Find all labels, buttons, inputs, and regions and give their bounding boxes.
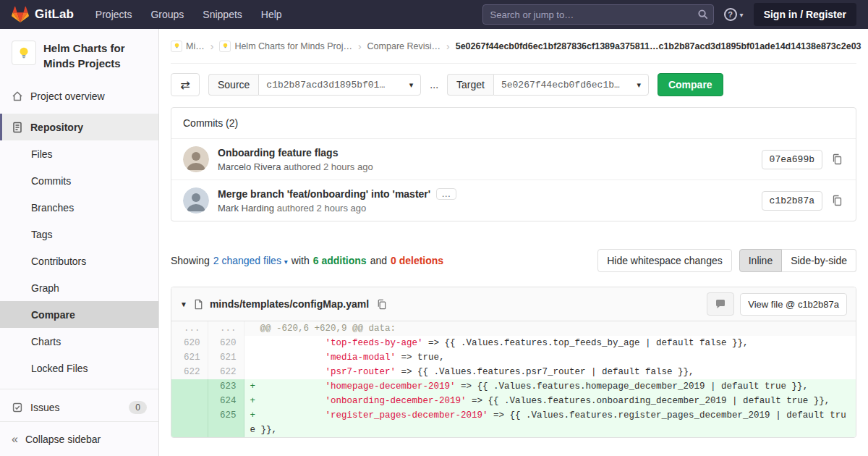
nav-groups[interactable]: Groups (150, 9, 184, 20)
breadcrumb-label: Mi… (186, 41, 205, 51)
top-navbar: GitLab Projects Groups Snippets Help ? ▾… (0, 0, 868, 29)
side-by-side-view-button[interactable]: Side-by-side (782, 249, 856, 272)
copy-sha-button[interactable] (830, 152, 844, 166)
copy-sha-button[interactable] (830, 193, 844, 208)
sidebar-item-locked-files[interactable]: Locked Files (0, 355, 158, 381)
nav-snippets[interactable]: Snippets (203, 9, 242, 20)
diff-context-row: 622 622 'psr7-router' => {{ .Values.feat… (171, 365, 856, 379)
breadcrumb-label: Helm Charts for Minds Proj… (234, 41, 352, 51)
sidebar-item-files[interactable]: Files (0, 140, 158, 167)
and-text: and (370, 255, 387, 266)
commit-sha-link[interactable]: 07ea699b (762, 150, 822, 169)
breadcrumb-label: Compare Revisi… (367, 41, 441, 51)
target-ref-value: 5e0267f44ecb0fd6ec1b… (501, 80, 620, 90)
help-menu[interactable]: ? ▾ (724, 8, 744, 21)
old-line-number[interactable]: 622 (171, 365, 208, 379)
sign-in-button[interactable]: Sign in / Register (754, 3, 856, 26)
nav-help[interactable]: Help (261, 9, 282, 20)
swap-revisions-button[interactable]: ⇄ (171, 73, 200, 96)
sidebar-item-graph[interactable]: Graph (0, 274, 158, 301)
toggle-comments-button[interactable] (707, 292, 734, 316)
inline-view-button[interactable]: Inline (739, 249, 782, 272)
commits-header: Commits (2) (171, 108, 856, 139)
compare-button[interactable]: Compare (658, 73, 723, 96)
main-content: Mi… › Helm Charts for Minds Proj… › Comp… (159, 29, 868, 456)
commit-meta: Mark Harding authored 2 hours ago (218, 203, 456, 214)
breadcrumb-group[interactable]: Mi… (171, 41, 205, 52)
hide-whitespace-button[interactable]: Hide whitespace changes (597, 249, 732, 272)
source-ref-dropdown[interactable]: c1b2b87acd3d1895bf01… ▾ (258, 74, 421, 96)
group-avatar (171, 41, 182, 52)
breadcrumb-project[interactable]: Helm Charts for Minds Proj… (219, 41, 352, 52)
new-line-number[interactable]: 624 (208, 394, 244, 408)
sidebar-item-commits[interactable]: Commits (0, 167, 158, 194)
sidebar-item-charts[interactable]: Charts (0, 328, 158, 355)
diff-added-row: 625 + 'register_pages-december-2019' => … (171, 408, 856, 437)
project-avatar-small (219, 41, 231, 52)
collapse-sidebar-button[interactable]: « Collapse sidebar (0, 421, 158, 456)
commit-title-link[interactable]: Merge branch 'feat/onboarding' into 'mas… (218, 188, 430, 200)
new-line-number[interactable]: 622 (208, 365, 244, 379)
diff-file-path-link[interactable]: minds/templates/configMap.yaml (210, 298, 369, 310)
main-nav: Projects Groups Snippets Help (95, 9, 282, 20)
sidebar-item-tags[interactable]: Tags (0, 221, 158, 248)
search-input[interactable] (482, 4, 714, 25)
issues-count-badge: 0 (129, 401, 147, 414)
diff-added-row: 623 + 'homepage-december-2019' => {{ .Va… (171, 379, 856, 394)
sidebar-item-project-overview[interactable]: Project overview (0, 83, 158, 109)
diff-file-panel: ▼ minds/templates/configMap.yaml (171, 287, 856, 438)
chevron-down-icon: ▾ (284, 258, 288, 266)
sidebar-item-contributors[interactable]: Contributors (0, 248, 158, 274)
swap-icon: ⇄ (180, 78, 190, 92)
avatar[interactable] (183, 146, 209, 172)
breadcrumb-current-shas: 5e0267f44ecb0fd6ec1bf287836cf1389a375811… (456, 41, 861, 51)
code-line: 'media-modal' => true, (260, 352, 445, 363)
breadcrumb-compare[interactable]: Compare Revisi… (367, 41, 441, 51)
toggle-commit-description-button[interactable]: … (436, 188, 456, 200)
sidebar-item-issues[interactable]: Issues 0 (0, 394, 158, 421)
code-line: 'homepage-december-2019' => {{ .Values.f… (260, 381, 809, 392)
new-line-number: ... (208, 321, 244, 336)
commit-author-link[interactable]: Marcelo Rivera (218, 161, 281, 172)
copy-file-path-button[interactable] (375, 297, 388, 311)
commit-title-link[interactable]: Onboarding feature flags (218, 147, 338, 159)
changed-files-dropdown[interactable]: 2 changed files ▾ (213, 255, 288, 266)
commit-sha-link[interactable]: c1b2b87a (762, 191, 822, 211)
old-line-number[interactable] (171, 394, 208, 408)
deletions-count: 0 deletions (391, 255, 443, 266)
new-line-number[interactable]: 621 (208, 350, 244, 365)
avatar[interactable] (183, 187, 209, 214)
new-line-number[interactable]: 625 (208, 408, 244, 437)
sidebar-item-repository[interactable]: Repository (0, 114, 158, 140)
range-dots: ... (430, 79, 438, 90)
chevron-down-icon: ▾ (409, 80, 414, 90)
hunk-header-text: @@ -620,6 +620,9 @@ data: (260, 324, 396, 334)
code-line: 'onboarding-december-2019' => {{ .Values… (260, 396, 830, 406)
sidebar-item-compare[interactable]: Compare (0, 301, 158, 328)
old-line-number[interactable]: 621 (171, 350, 208, 365)
issues-icon (12, 402, 23, 413)
new-line-number[interactable]: 620 (208, 336, 244, 350)
old-line-number[interactable] (171, 408, 208, 437)
view-file-button[interactable]: View file @ c1b2b87a (740, 293, 847, 316)
commit-author-link[interactable]: Mark Harding (218, 203, 274, 214)
commits-panel: Commits (2) Onboarding feature flags Mar… (171, 107, 856, 221)
old-line-number[interactable] (171, 379, 208, 394)
new-line-number[interactable]: 623 (208, 379, 244, 394)
diff-context-row: 620 620 'top-feeds-by-age' => {{ .Values… (171, 336, 856, 350)
sidebar-item-branches[interactable]: Branches (0, 194, 158, 221)
chevron-down-icon: ▾ (637, 80, 641, 90)
chevron-down-icon: ▾ (740, 11, 744, 19)
diff-table: ... ... @@ -620,6 +620,9 @@ data: 620 62… (171, 321, 856, 437)
target-ref-dropdown[interactable]: 5e0267f44ecb0fd6ec1b… ▾ (493, 74, 649, 96)
old-line-number[interactable]: 620 (171, 336, 208, 350)
gitlab-logo[interactable]: GitLab (12, 6, 74, 23)
source-label: Source (208, 74, 258, 96)
chevron-right-icon: › (358, 41, 362, 52)
commit-authored-text: authored 2 hours ago (277, 203, 367, 214)
collapse-diff-icon[interactable]: ▼ (180, 300, 187, 308)
nav-projects[interactable]: Projects (95, 9, 132, 20)
project-header[interactable]: Helm Charts for Minds Projects (0, 29, 158, 83)
collapse-icon: « (12, 433, 18, 446)
with-text: with (292, 255, 310, 266)
